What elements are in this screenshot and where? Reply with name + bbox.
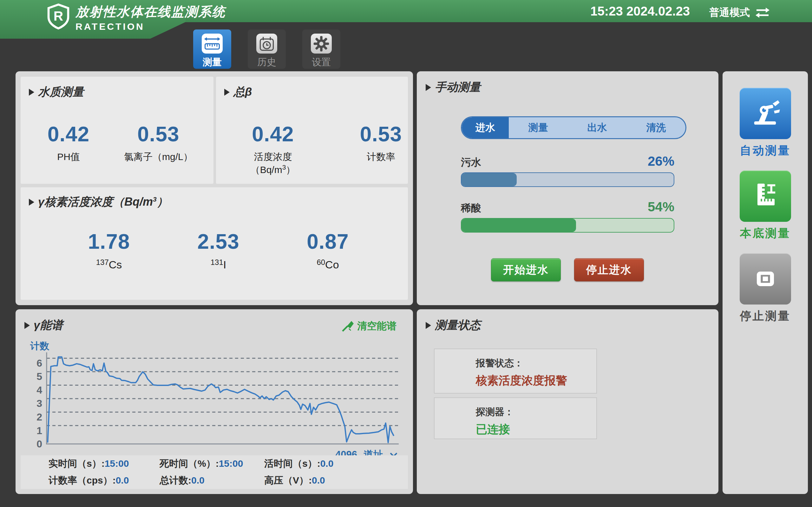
measure-ruler-icon bbox=[202, 34, 223, 54]
clock: 15:23 2024.02.23 bbox=[590, 4, 690, 18]
section-marker-icon bbox=[24, 322, 30, 329]
sewage-progressbar bbox=[461, 172, 674, 187]
water-quality-card: 水质测量 0.42 PH值 0.53 氯离子（mg/L） bbox=[20, 77, 213, 184]
step-rinse[interactable]: 清洗 bbox=[626, 117, 686, 138]
section-marker-icon bbox=[224, 89, 230, 96]
tab-measure[interactable]: 测量 bbox=[193, 30, 231, 69]
i131-label: 131I bbox=[192, 258, 246, 271]
swap-arrows-icon bbox=[755, 7, 770, 18]
detector-status-label: 探测器： bbox=[476, 406, 596, 418]
real-time-stat: 实时间（s）:15:00 bbox=[49, 457, 159, 470]
svg-text:4: 4 bbox=[37, 384, 42, 396]
acid-tank-gauge: 稀酸 54% bbox=[461, 199, 674, 233]
settings-gear-icon bbox=[311, 34, 332, 54]
acid-label: 稀酸 bbox=[461, 201, 481, 215]
acid-percent: 54% bbox=[648, 199, 674, 215]
step-water-out[interactable]: 出水 bbox=[568, 117, 627, 138]
beta-countrate-label: 计数率 bbox=[354, 151, 408, 164]
cs137-label: 137Cs bbox=[82, 258, 136, 271]
svg-text:0: 0 bbox=[37, 438, 42, 450]
gamma-spectrum-title: γ能谱 bbox=[24, 318, 63, 333]
svg-text:1: 1 bbox=[37, 425, 42, 436]
robot-arm-icon bbox=[740, 88, 791, 139]
history-calendar-icon bbox=[256, 34, 277, 54]
chloride-value: 0.53 bbox=[124, 122, 193, 146]
live-time-stat: 活时间（s）:0.0 bbox=[264, 457, 408, 470]
alarm-status-label: 报警状态： bbox=[476, 357, 596, 370]
manual-measure-title: 手动测量 bbox=[426, 79, 480, 95]
stop-measure-button[interactable]: 停止测量 bbox=[740, 253, 791, 324]
cs137-metric: 1.78 137Cs bbox=[82, 229, 136, 271]
step-measure[interactable]: 测量 bbox=[509, 117, 568, 138]
start-intake-button[interactable]: 开始进水 bbox=[491, 258, 561, 281]
nav-tabbar: 测量 历史 bbox=[193, 30, 340, 69]
gamma-spectrum-panel: γ能谱 清空能谱 计数 0123456 4096 道址 实时间（s）:15:00… bbox=[15, 309, 413, 494]
sewage-label: 污水 bbox=[461, 156, 481, 170]
background-measure-label: 本底测量 bbox=[740, 226, 791, 241]
gamma-spectrum-chart: 0123456 bbox=[25, 350, 403, 455]
svg-text:3: 3 bbox=[37, 398, 42, 409]
logo-letter: R bbox=[54, 9, 63, 23]
app-logo: R 放射性水体在线监测系统 RATECTION bbox=[47, 3, 225, 32]
section-marker-icon bbox=[426, 84, 431, 91]
measure-status-panel: 测量状态 报警状态： 核素活度浓度报警 探测器： 已连接 bbox=[417, 309, 718, 494]
total-beta-title: 总β bbox=[224, 84, 408, 100]
water-quality-title: 水质测量 bbox=[29, 84, 213, 100]
dead-time-stat: 死时间（%）:15:00 bbox=[159, 457, 264, 470]
high-voltage-stat: 高压（V）:0.0 bbox=[264, 474, 408, 487]
measure-actions-sidebar: 自动测量 本底测量 bbox=[722, 71, 808, 494]
co60-value: 0.87 bbox=[301, 229, 355, 253]
ph-value: 0.42 bbox=[42, 122, 96, 146]
tab-settings[interactable]: 设置 bbox=[302, 30, 340, 69]
stop-measure-label: 停止测量 bbox=[740, 308, 791, 324]
ph-metric: 0.42 PH值 bbox=[42, 122, 96, 164]
manual-measure-panel: 手动测量 进水 测量 出水 清洗 污水 26% 稀酸 54% 开始进水 停止进水 bbox=[417, 71, 718, 305]
spectrum-stats-strip: 实时间（s）:15:00 死时间（%）:15:00 活时间（s）:0.0 计数率… bbox=[20, 455, 408, 489]
section-marker-icon bbox=[29, 89, 34, 96]
tab-history[interactable]: 历史 bbox=[248, 30, 286, 69]
co60-metric: 0.87 60Co bbox=[301, 229, 355, 271]
sewage-tank-gauge: 污水 26% bbox=[461, 154, 674, 187]
shield-r-logo-icon: R bbox=[47, 3, 70, 30]
gamma-nuclide-title: γ核素活度浓度（Bq/m3） bbox=[29, 194, 408, 210]
acid-progressbar bbox=[461, 218, 674, 233]
co60-label: 60Co bbox=[301, 258, 355, 271]
beta-activity-metric: 0.42 活度浓度（Bq/m3） bbox=[233, 122, 313, 176]
measurements-panel: 水质测量 0.42 PH值 0.53 氯离子（mg/L） 总β 0.42 活度浓… bbox=[15, 71, 413, 305]
auto-measure-button[interactable]: 自动测量 bbox=[740, 88, 791, 158]
svg-text:6: 6 bbox=[37, 357, 42, 369]
total-beta-card: 总β 0.42 活度浓度（Bq/m3） 0.53 计数率 bbox=[216, 77, 408, 184]
auto-measure-label: 自动测量 bbox=[740, 143, 791, 158]
date-text: 2024.02.23 bbox=[626, 4, 690, 18]
svg-text:2: 2 bbox=[37, 411, 42, 423]
stop-intake-button[interactable]: 停止进水 bbox=[574, 258, 644, 281]
beta-activity-value: 0.42 bbox=[233, 122, 313, 146]
stop-square-icon bbox=[740, 253, 791, 304]
step-water-in[interactable]: 进水 bbox=[462, 117, 509, 138]
process-step-control: 进水 测量 出水 清洗 bbox=[461, 116, 687, 139]
alarm-status-value: 核素活度浓度报警 bbox=[476, 373, 596, 389]
cs137-value: 1.78 bbox=[82, 229, 136, 253]
mode-switch[interactable]: 普通模式 bbox=[709, 6, 770, 20]
time-text: 15:23 bbox=[590, 4, 623, 18]
broom-icon bbox=[341, 320, 354, 332]
clear-spectrum-button[interactable]: 清空能谱 bbox=[341, 320, 397, 333]
svg-text:5: 5 bbox=[37, 371, 42, 382]
measure-status-title: 测量状态 bbox=[426, 318, 480, 333]
tab-history-label: 历史 bbox=[257, 56, 276, 69]
beta-countrate-metric: 0.53 计数率 bbox=[354, 122, 408, 176]
mode-label: 普通模式 bbox=[709, 6, 750, 20]
app-title: 放射性水体在线监测系统 bbox=[75, 3, 225, 20]
section-marker-icon bbox=[29, 199, 34, 206]
i131-value: 2.53 bbox=[192, 229, 246, 253]
total-counts-stat: 总计数:0.0 bbox=[159, 474, 264, 487]
alarm-status-box: 报警状态： 核素活度浓度报警 bbox=[434, 349, 597, 394]
tab-measure-label: 测量 bbox=[203, 56, 222, 69]
chloride-metric: 0.53 氯离子（mg/L） bbox=[124, 122, 193, 164]
detector-status-box: 探测器： 已连接 bbox=[434, 397, 597, 439]
section-marker-icon bbox=[426, 322, 431, 329]
background-measure-button[interactable]: 本底测量 bbox=[740, 170, 791, 241]
beta-countrate-value: 0.53 bbox=[354, 122, 408, 146]
i131-metric: 2.53 131I bbox=[192, 229, 246, 271]
beta-activity-label: 活度浓度（Bq/m3） bbox=[233, 151, 313, 176]
